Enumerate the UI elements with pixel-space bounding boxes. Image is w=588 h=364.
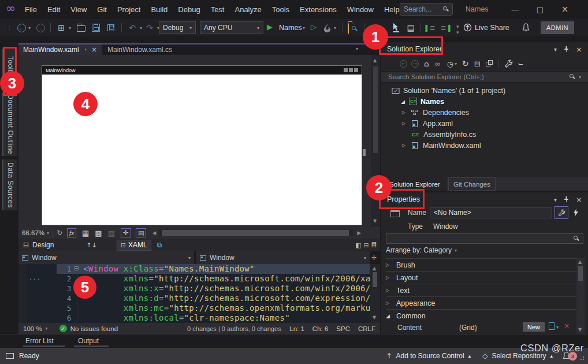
close-panel-icon[interactable]: × bbox=[576, 45, 582, 54]
designer-window-preview[interactable]: MainWindow bbox=[42, 65, 362, 225]
tree-row-solution[interactable]: Solution 'Names' (1 of 1 project) bbox=[381, 85, 588, 96]
properties-vscrollbar[interactable]: ▲ ▼ bbox=[576, 258, 585, 334]
show-all-files-icon[interactable] bbox=[486, 60, 493, 67]
content-dropdown-icon[interactable]: ▾ bbox=[556, 325, 559, 330]
redo-icon[interactable]: ↷ bbox=[144, 23, 155, 33]
hscroll-right-icon[interactable]: ▶ bbox=[357, 230, 361, 236]
hscroll-left-icon[interactable]: ◀ bbox=[152, 230, 156, 236]
menu-test[interactable]: Test bbox=[206, 0, 230, 19]
home-icon[interactable]: ⌂ bbox=[424, 59, 429, 68]
collapsed-icon[interactable]: ▷ bbox=[402, 121, 408, 126]
sidebar-tab-document-outline[interactable]: Document Outline bbox=[2, 92, 17, 156]
category-common[interactable]: ◢Common bbox=[386, 309, 576, 322]
collapse-all-icon[interactable]: ⊟ bbox=[474, 60, 481, 68]
se-forward-icon[interactable]: → bbox=[411, 60, 419, 68]
start-debug-icon[interactable]: ▶ bbox=[267, 23, 273, 31]
tree-row-mainwindow-xaml[interactable]: ▷ MainWindow.xaml bbox=[381, 140, 588, 151]
tree-row-app-xaml[interactable]: ▷ App.xaml bbox=[381, 118, 588, 129]
menu-project[interactable]: Project bbox=[112, 0, 146, 19]
menu-window[interactable]: Window bbox=[342, 0, 379, 19]
category-text[interactable]: ▷Text bbox=[386, 284, 576, 296]
pin-icon[interactable] bbox=[85, 47, 87, 53]
search-options-dropdown-icon[interactable]: ▾ bbox=[579, 75, 581, 80]
hot-reload-dropdown-icon[interactable]: ▾ bbox=[334, 25, 336, 31]
xaml-code-editor[interactable]: 1 2 3 4 5 6 ⊟ <Window x:Class="Names.Mai… bbox=[18, 264, 370, 323]
new-button[interactable]: New bbox=[523, 322, 545, 332]
column-indicator[interactable]: Ch: 6 bbox=[312, 325, 329, 332]
editor-zoom-value[interactable]: 100 % bbox=[23, 325, 42, 332]
category-brush[interactable]: ▷Brush bbox=[386, 258, 576, 271]
sidebar-tab-data-sources[interactable]: Data Sources bbox=[2, 159, 17, 210]
editor-zoom-dropdown-icon[interactable]: ▾ bbox=[46, 326, 48, 331]
category-appearance[interactable]: ▷Appearance bbox=[386, 296, 576, 309]
maximize-button[interactable]: □ bbox=[529, 0, 552, 19]
switch-views-icon[interactable]: ∞ bbox=[434, 60, 441, 68]
menu-build[interactable]: Build bbox=[146, 0, 173, 19]
eol-indicator[interactable]: CRLF bbox=[358, 325, 375, 332]
properties-mode-wrench-button[interactable] bbox=[554, 206, 568, 219]
design-tab[interactable]: Design bbox=[32, 241, 54, 249]
close-tab-icon[interactable]: × bbox=[91, 46, 97, 54]
menu-debug[interactable]: Debug bbox=[173, 0, 205, 19]
save-icon[interactable] bbox=[91, 23, 101, 33]
menu-file[interactable]: File bbox=[20, 0, 42, 19]
open-in-new-window-icon[interactable]: ⧉ bbox=[157, 241, 162, 249]
menu-tools[interactable]: Tools bbox=[267, 0, 295, 19]
window-position-dropdown-icon[interactable]: ▾ bbox=[554, 196, 557, 203]
start-without-debug-icon[interactable]: ▷ bbox=[311, 23, 317, 31]
pin-icon[interactable] bbox=[564, 196, 569, 202]
designer-hscrollbar[interactable] bbox=[159, 229, 353, 236]
show-annotations-icon[interactable]: ▨ bbox=[108, 229, 115, 237]
close-button[interactable]: × bbox=[553, 0, 576, 19]
vertical-split-icon[interactable]: ◧ bbox=[355, 242, 361, 249]
new-project-dropdown-icon[interactable]: ▾ bbox=[69, 25, 71, 31]
xaml-breadcrumb[interactable]: Window ▾ bbox=[196, 251, 370, 264]
category-layout[interactable]: ▷Layout bbox=[386, 271, 576, 284]
undo-icon[interactable]: ↶ bbox=[127, 23, 137, 33]
name-input[interactable]: <No Name> bbox=[430, 207, 552, 218]
close-panel-icon[interactable]: × bbox=[576, 195, 582, 204]
properties-wrench-icon[interactable] bbox=[504, 60, 513, 68]
split-editor-icon[interactable]: ⊟ bbox=[371, 240, 377, 248]
format-selection-icon[interactable]: ≡▐ bbox=[440, 23, 451, 33]
feedback-bell-icon[interactable] bbox=[522, 23, 530, 32]
code-vscrollbar[interactable]: ▲ ▼ bbox=[370, 264, 380, 323]
snap-grid-icon[interactable]: ▩ bbox=[95, 229, 102, 237]
collapse-region-icon[interactable]: ⊟ bbox=[74, 265, 79, 272]
preview-selected-icon[interactable]: ⌙ bbox=[518, 60, 524, 68]
se-back-icon[interactable]: ← bbox=[400, 60, 407, 68]
run-target-label[interactable]: Names bbox=[279, 24, 302, 32]
menu-edit[interactable]: Edit bbox=[42, 0, 65, 19]
space-indicator[interactable]: SPC bbox=[336, 325, 350, 332]
minimize-button[interactable]: — bbox=[504, 0, 527, 19]
back-dropdown-icon[interactable]: ▾ bbox=[28, 25, 31, 31]
admin-button[interactable]: ADMIN bbox=[541, 21, 574, 34]
zoom-to-fit-icon[interactable]: ▤ bbox=[136, 228, 146, 237]
designer-breadcrumb[interactable]: Window ▾ bbox=[18, 251, 195, 264]
designer-zoom-dropdown-icon[interactable]: ▾ bbox=[47, 231, 49, 236]
solution-explorer-search-input[interactable]: Search Solution Explorer (Ctrl+;) ▾ bbox=[381, 71, 588, 83]
arrange-by-control[interactable]: Arrange by: Category▾ bbox=[386, 246, 457, 254]
tab-output[interactable]: Output bbox=[78, 337, 99, 345]
selection-cursor-icon[interactable] bbox=[392, 23, 401, 32]
pin-icon[interactable] bbox=[564, 46, 569, 52]
effects-toggle-icon[interactable]: fx bbox=[67, 228, 76, 237]
platform-combobox[interactable]: Any CPU▾ bbox=[200, 21, 263, 34]
filter-dropdown-icon[interactable]: ▾ bbox=[455, 61, 457, 66]
preview-resize-handle[interactable] bbox=[363, 149, 366, 156]
line-indicator[interactable]: Ln: 1 bbox=[289, 325, 304, 332]
toolbar-overflow-icon[interactable]: ▾▾ bbox=[456, 24, 459, 35]
show-grid-icon[interactable]: ▦ bbox=[82, 229, 89, 237]
new-project-icon[interactable]: ⊞ bbox=[56, 23, 66, 33]
navigate-forward-icon[interactable]: → bbox=[36, 24, 45, 32]
format-document-icon[interactable]: ▌≡ bbox=[425, 23, 436, 33]
delete-content-icon[interactable]: × bbox=[564, 322, 570, 330]
menu-extensions[interactable]: Extensions bbox=[295, 0, 342, 19]
save-all-icon[interactable] bbox=[106, 23, 116, 33]
menu-analyze[interactable]: Analyze bbox=[229, 0, 266, 19]
issues-label[interactable]: No issues found bbox=[70, 325, 118, 332]
open-folder-icon[interactable] bbox=[76, 23, 86, 33]
snap-to-snaplines-icon[interactable]: ✛ bbox=[121, 228, 131, 237]
expanded-icon[interactable]: ◢ bbox=[401, 99, 407, 105]
tree-row-assemblyinfo[interactable]: C# AssemblyInfo.cs bbox=[381, 129, 588, 140]
